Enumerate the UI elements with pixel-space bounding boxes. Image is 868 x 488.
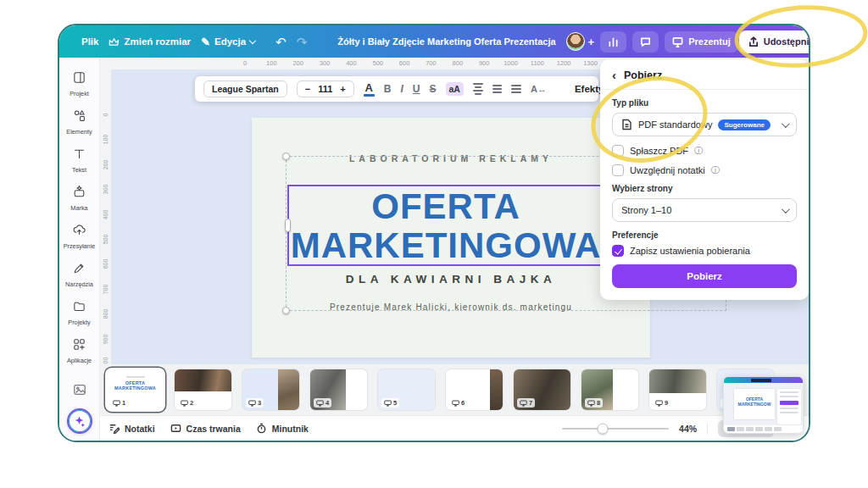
undo-icon[interactable]: ↶ <box>275 36 287 48</box>
pencil-icon: ✎ <box>201 36 210 47</box>
slide-thumbnail-4[interactable]: 4 <box>310 369 367 410</box>
page-number-badge: 4 <box>314 398 331 408</box>
italic-button[interactable]: I <box>400 83 403 95</box>
flatten-pdf-checkbox[interactable] <box>612 145 624 157</box>
strikethrough-button[interactable]: S <box>429 83 436 95</box>
ruler-tick: 200 <box>103 155 108 174</box>
slide-byline[interactable]: Prezentuje Marek Halicki, kierownik ds. … <box>252 302 650 312</box>
zoom-slider[interactable] <box>562 428 669 430</box>
vertical-ruler: 01002003004005006007008009001000 <box>100 69 111 364</box>
mini-filmstrip <box>724 425 803 433</box>
include-notes-checkbox-row[interactable]: Uwzględnij notatki ⓘ <box>612 164 797 176</box>
page-number-badge: 1 <box>110 398 128 408</box>
sidebar-item-marka[interactable]: Marka <box>60 179 99 217</box>
present-button[interactable]: Prezentuj <box>665 31 738 53</box>
sidebar-item-projekty[interactable]: Projekty <box>60 293 99 331</box>
slide-thumbnail-2[interactable]: 2 <box>175 369 231 410</box>
download-button[interactable]: Pobierz <box>612 264 797 288</box>
font-family-select[interactable]: League Spartan <box>203 80 287 97</box>
sidebar-item-label: Elementy <box>66 128 92 136</box>
resize-menu[interactable]: Zmień rozmiar <box>108 36 191 47</box>
slide-thumbnail-9[interactable]: 9 <box>649 369 706 410</box>
edit-menu[interactable]: ✎ Edycja <box>201 36 255 47</box>
list-button[interactable] <box>492 85 502 93</box>
slide-thumbnail-7[interactable]: 7 <box>514 369 570 410</box>
mini-editor-preview: OFERTAMARKETINGOW <box>723 376 804 434</box>
underline-button[interactable]: U <box>413 83 420 95</box>
magic-assistant-button[interactable] <box>67 408 92 434</box>
sidebar-item-narzedzia[interactable]: Narzędzia <box>60 255 99 293</box>
font-size-decrease[interactable]: − <box>305 84 310 94</box>
comments-button[interactable] <box>632 31 659 53</box>
slide-thumbnail-8[interactable]: 8 <box>581 369 638 410</box>
save-settings-checkbox-row[interactable]: Zapisz ustawienia pobierania <box>612 245 797 257</box>
avatar[interactable] <box>566 32 585 51</box>
slide-thumbnail-5[interactable]: 5 <box>378 369 435 410</box>
sidebar-item-przesylanie[interactable]: Przesyłanie <box>60 217 99 255</box>
share-button[interactable]: Udostępnij <box>739 30 810 53</box>
document-title[interactable]: Żółty i Biały Zdjęcie Marketing Oferta P… <box>337 36 555 47</box>
add-collaborator-button[interactable]: + <box>588 36 595 48</box>
duration-icon <box>170 423 181 434</box>
chevron-down-icon <box>249 36 256 43</box>
bold-button[interactable]: B <box>384 83 392 95</box>
ruler-tick: 800 <box>103 305 108 324</box>
slide-title[interactable]: OFERTA MARKETINGOWA <box>291 187 602 265</box>
spacing-button[interactable] <box>511 85 521 93</box>
text-toolbar: League Spartan − 111 + A B I U S aA A↔ <box>195 76 598 102</box>
mini-topbar <box>724 377 803 383</box>
elements-icon <box>72 108 86 126</box>
slide-subtitle[interactable]: DLA KAWIARNI BAJKA <box>252 273 650 286</box>
letter-spacing-button[interactable]: A↔ <box>531 84 547 94</box>
sidebar-item-elementy[interactable]: Elementy <box>60 103 99 141</box>
ruler-tick: 500 <box>103 230 108 249</box>
present-icon <box>672 36 683 47</box>
text-case-button[interactable]: aA <box>446 82 464 96</box>
slide-thumbnail-1[interactable]: OFERTA MARKETINGOWA1 <box>107 369 164 410</box>
sidebar-item-projekt[interactable]: Projekt <box>60 64 99 103</box>
file-menu[interactable]: Plik <box>81 36 98 47</box>
mini-panel <box>777 389 801 424</box>
slide-thumbnail-3[interactable]: 3 <box>242 369 299 410</box>
info-icon[interactable]: ⓘ <box>694 145 703 157</box>
zoom-slider-knob[interactable] <box>597 423 608 434</box>
thumbnail-title-text: OFERTA MARKETINGOWA <box>107 380 164 391</box>
page-filmstrip: OFERTA MARKETINGOWA12345678910 <box>100 364 809 415</box>
font-size-increase[interactable]: + <box>340 84 345 94</box>
sidebar-item-tekst[interactable]: Tekst <box>60 141 99 179</box>
mini-canvas: OFERTAMARKETINGOW <box>724 383 803 425</box>
share-upload-icon <box>748 36 759 47</box>
font-size-stepper[interactable]: − 111 + <box>297 80 354 97</box>
save-settings-checkbox[interactable] <box>612 245 624 257</box>
redo-icon[interactable]: ↷ <box>297 36 308 48</box>
include-notes-checkbox[interactable] <box>612 164 624 176</box>
timer-button[interactable]: Minutnik <box>256 423 309 434</box>
back-chevron-icon[interactable]: ‹ <box>612 69 616 81</box>
mini-slide: OFERTAMARKETINGOW <box>734 389 775 419</box>
flatten-pdf-checkbox-row[interactable]: Spłaszcz PDF ⓘ <box>612 145 797 157</box>
ruler-tick: 1300 <box>583 59 598 67</box>
apps-icon <box>72 337 86 355</box>
file-type-select[interactable]: PDF standardowy Sugerowane <box>612 113 797 136</box>
slide-page-1[interactable]: LABORATORIUM REKLAMY OFERTA MARKETINGOWA… <box>252 118 650 358</box>
sidebar-item-aplikacje[interactable]: Aplikacje <box>60 331 99 369</box>
status-bar: Notatki Czas trwania Minutnik 44% St <box>100 415 809 441</box>
image-placeholder-icon[interactable] <box>73 383 86 400</box>
alignment-button[interactable] <box>473 83 483 95</box>
sidebar-item-label: Tekst <box>72 166 86 174</box>
insights-button[interactable] <box>600 31 626 53</box>
slide-thumbnail-6[interactable]: 6 <box>446 369 503 410</box>
ruler-tick: 700 <box>426 59 437 67</box>
ruler-tick: 500 <box>372 59 383 67</box>
info-icon[interactable]: ⓘ <box>711 164 720 176</box>
ruler-tick: 100 <box>103 130 108 149</box>
selection-handle[interactable] <box>282 152 290 160</box>
selected-text-box[interactable]: OFERTA MARKETINGOWA <box>287 185 604 266</box>
crown-icon <box>108 37 120 47</box>
ruler-tick: 700 <box>103 280 108 298</box>
notes-icon <box>108 423 120 434</box>
pages-select[interactable]: Strony 1–10 <box>612 198 797 222</box>
duration-button[interactable]: Czas trwania <box>170 423 241 434</box>
text-color-button[interactable]: A <box>364 82 375 97</box>
notes-button[interactable]: Notatki <box>108 423 155 434</box>
